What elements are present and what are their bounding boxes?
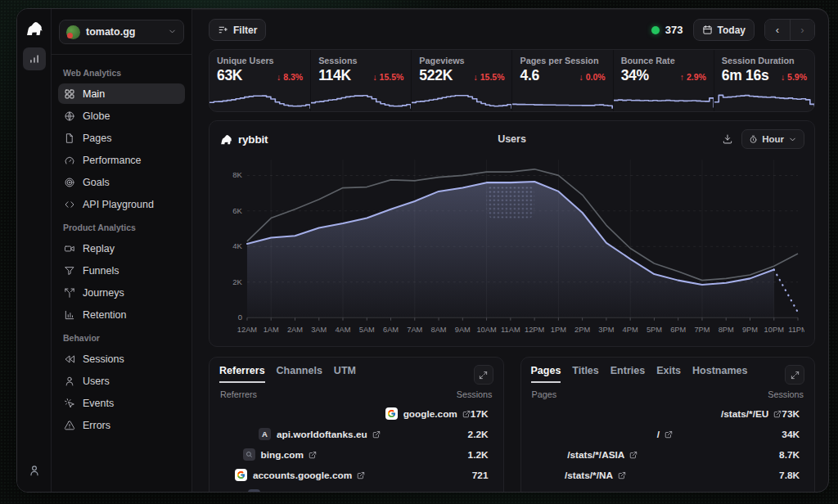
stat-change: ↓ 15.5% bbox=[474, 72, 505, 82]
sidebar-item-performance[interactable]: Performance bbox=[58, 150, 185, 170]
tab-titles[interactable]: Titles bbox=[572, 365, 598, 381]
site-avatar bbox=[66, 25, 80, 39]
referrer-row[interactable] bbox=[219, 487, 493, 493]
users-line-chart[interactable]: 02K4K6K8K12AM1AM2AM3AM4AM5AM6AM7AM8AM9AM… bbox=[219, 153, 804, 343]
sidebar-item-sessions[interactable]: Sessions bbox=[58, 349, 185, 369]
icon-rail bbox=[17, 9, 52, 492]
stat-card-pages-per-session[interactable]: Pages per Session4.6↓ 0.0% bbox=[511, 50, 612, 111]
rybbit-brand: rybbit bbox=[219, 133, 383, 146]
referrer-row[interactable]: Aapi.worldoftanks.eu2.2K bbox=[219, 425, 493, 443]
stat-card-pageviews[interactable]: Pageviews522K↓ 15.5% bbox=[411, 50, 511, 111]
external-link-icon[interactable] bbox=[773, 410, 782, 418]
prev-period-button[interactable]: ‹ bbox=[765, 20, 790, 40]
svg-text:2AM: 2AM bbox=[287, 325, 303, 334]
chart-icon bbox=[64, 309, 75, 321]
stat-change: ↓ 8.3% bbox=[277, 72, 303, 82]
external-link-icon[interactable] bbox=[309, 451, 317, 459]
sidebar-item-events[interactable]: Events bbox=[58, 393, 185, 413]
sidebar-item-label: Main bbox=[83, 88, 105, 100]
interval-select[interactable]: Hour bbox=[741, 129, 804, 149]
stat-label: Session Duration bbox=[722, 56, 807, 65]
stat-card-sessions[interactable]: Sessions114K↓ 15.5% bbox=[310, 50, 411, 111]
nav-section-label: Product Analytics bbox=[58, 216, 185, 236]
row-label: /stats/*/ASIA bbox=[567, 449, 624, 461]
chevron-down-icon bbox=[168, 25, 177, 39]
page-row[interactable]: /stats/*/ASIA8.7K bbox=[531, 446, 805, 463]
stat-value: 63K bbox=[217, 67, 242, 84]
tab-referrers[interactable]: Referrers bbox=[219, 365, 265, 383]
sidebar-item-funnels[interactable]: Funnels bbox=[58, 260, 185, 281]
video-icon bbox=[64, 243, 75, 254]
user-account-icon[interactable] bbox=[28, 464, 41, 480]
chevron-down-icon bbox=[788, 135, 797, 144]
date-range-button[interactable]: Today bbox=[693, 19, 755, 41]
external-link-icon[interactable] bbox=[357, 471, 365, 479]
sidebar-item-label: Retention bbox=[83, 309, 127, 321]
column-right-label: Sessions bbox=[457, 389, 493, 399]
sidebar-item-replay[interactable]: Replay bbox=[58, 238, 185, 259]
svg-text:8AM: 8AM bbox=[431, 325, 447, 334]
referrer-row[interactable]: accounts.google.com721 bbox=[219, 466, 493, 484]
svg-text:9AM: 9AM bbox=[455, 325, 471, 334]
stat-card-bounce-rate[interactable]: Bounce Rate34%↑ 2.9% bbox=[613, 50, 714, 111]
panel-tabs: ReferrersChannelsUTM bbox=[219, 365, 493, 385]
tab-hostnames[interactable]: Hostnames bbox=[692, 365, 747, 381]
sidebar-item-label: Pages bbox=[83, 133, 111, 144]
external-link-icon[interactable] bbox=[618, 471, 626, 479]
page-row[interactable]: /stats/*/EU73K bbox=[531, 405, 805, 422]
external-link-icon[interactable] bbox=[462, 410, 471, 418]
download-button[interactable] bbox=[722, 133, 733, 145]
sidebar-item-globe[interactable]: Globe bbox=[58, 106, 185, 126]
svg-text:10AM: 10AM bbox=[476, 325, 496, 334]
tab-channels[interactable]: Channels bbox=[277, 365, 322, 381]
page-row[interactable]: /stats/*/NA7.8K bbox=[531, 466, 805, 484]
row-label: api.worldoftanks.eu bbox=[277, 429, 367, 440]
site-selector[interactable]: tomato.gg bbox=[59, 20, 184, 44]
page-row[interactable] bbox=[531, 487, 805, 493]
external-link-icon[interactable] bbox=[665, 430, 673, 439]
rybbit-logo-icon[interactable] bbox=[25, 20, 44, 39]
stat-value: 114K bbox=[318, 67, 351, 84]
live-users[interactable]: 373 bbox=[651, 24, 683, 36]
expand-button[interactable] bbox=[474, 365, 493, 385]
column-right-label: Sessions bbox=[768, 389, 804, 399]
tab-pages[interactable]: Pages bbox=[531, 365, 561, 383]
funnel-icon bbox=[64, 265, 75, 277]
page-row[interactable]: /34K bbox=[531, 425, 805, 443]
stat-card-unique-users[interactable]: Unique Users63K↓ 8.3% bbox=[210, 50, 310, 111]
external-link-icon[interactable] bbox=[629, 451, 638, 459]
stat-sparkline bbox=[714, 89, 814, 111]
svg-text:8K: 8K bbox=[232, 170, 242, 179]
sidebar-item-label: API Playground bbox=[83, 199, 154, 210]
referrer-row[interactable]: google.com17K bbox=[219, 405, 493, 422]
sidebar-item-retention[interactable]: Retention bbox=[58, 304, 185, 325]
sidebar-item-users[interactable]: Users bbox=[58, 371, 185, 391]
expand-button[interactable] bbox=[785, 365, 804, 385]
svg-text:4PM: 4PM bbox=[623, 325, 638, 334]
tab-exits[interactable]: Exits bbox=[656, 365, 681, 381]
sidebar-item-label: Events bbox=[83, 398, 114, 409]
tab-entries[interactable]: Entries bbox=[610, 365, 645, 381]
stat-card-session-duration[interactable]: Session Duration6m 16s↓ 5.9% bbox=[714, 50, 814, 111]
stat-label: Sessions bbox=[318, 56, 403, 65]
stat-change: ↑ 2.9% bbox=[680, 72, 706, 82]
web-analytics-rail-button[interactable] bbox=[23, 47, 46, 70]
tab-utm[interactable]: UTM bbox=[334, 365, 356, 381]
svg-text:11AM: 11AM bbox=[501, 325, 520, 334]
globe-icon bbox=[64, 110, 75, 122]
referrer-row[interactable]: bing.com1.2K bbox=[219, 446, 493, 463]
sidebar-item-pages[interactable]: Pages bbox=[58, 128, 185, 148]
sidebar-item-main[interactable]: Main bbox=[58, 83, 185, 104]
svg-text:12PM: 12PM bbox=[525, 325, 544, 334]
external-link-icon[interactable] bbox=[372, 430, 381, 439]
sidebar-item-journeys[interactable]: Journeys bbox=[58, 282, 185, 303]
filter-button[interactable]: Filter bbox=[209, 19, 266, 41]
svg-text:3PM: 3PM bbox=[598, 325, 614, 334]
svg-text:6AM: 6AM bbox=[383, 325, 399, 334]
stat-value: 34% bbox=[621, 67, 649, 84]
nav-section-label: Behavior bbox=[58, 326, 185, 347]
sidebar-item-goals[interactable]: Goals bbox=[58, 172, 185, 192]
sidebar-item-api-playground[interactable]: API Playground bbox=[58, 194, 185, 214]
next-period-button[interactable]: › bbox=[790, 20, 814, 40]
sidebar-item-errors[interactable]: Errors bbox=[58, 415, 185, 435]
